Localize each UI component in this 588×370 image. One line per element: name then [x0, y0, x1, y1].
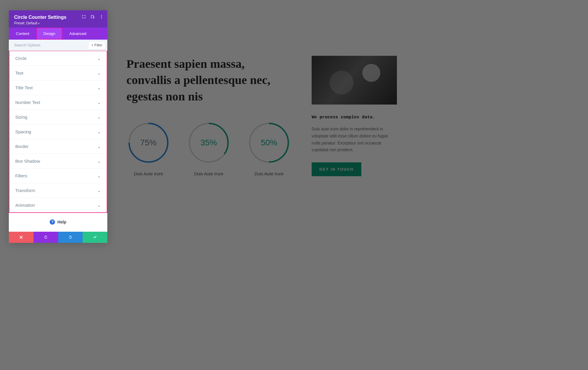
section-number-text[interactable]: Number Text⌄ [9, 95, 107, 110]
section-label: Sizing [15, 115, 27, 120]
section-transform[interactable]: Transform⌄ [9, 183, 107, 198]
settings-panel: Circle Counter Settings Preset: Default … [9, 10, 107, 243]
chevron-down-icon: ⌄ [97, 188, 101, 193]
section-label: Box Shadow [15, 159, 40, 164]
section-label: Text [15, 70, 24, 75]
help-label: Help [57, 220, 66, 224]
chevron-down-icon: ⌄ [97, 203, 101, 208]
section-label: Border [15, 144, 29, 149]
undo-button[interactable] [34, 232, 58, 243]
section-filters[interactable]: Filters⌄ [9, 169, 107, 183]
search-input[interactable] [9, 40, 88, 51]
chevron-down-icon: ⌄ [97, 71, 101, 75]
chevron-down-icon: ⌄ [97, 100, 101, 105]
section-box-shadow[interactable]: Box Shadow⌄ [9, 154, 107, 169]
section-label: Animation [15, 203, 35, 208]
section-label: Circle [15, 56, 26, 61]
tab-content[interactable]: Content [9, 28, 36, 40]
section-label: Filters [15, 173, 27, 178]
section-title-text[interactable]: Title Text⌄ [9, 80, 107, 95]
cancel-button[interactable] [9, 232, 34, 243]
chevron-down-icon: ⌄ [97, 144, 101, 149]
more-icon[interactable] [99, 14, 104, 19]
svg-point-7 [101, 16, 102, 17]
sections-list: Circle⌄Text⌄Title Text⌄Number Text⌄Sizin… [9, 51, 107, 213]
save-button[interactable] [83, 232, 107, 243]
chevron-down-icon: ⌄ [97, 85, 101, 90]
expand-icon[interactable] [81, 14, 86, 19]
tab-design[interactable]: Design [36, 28, 62, 40]
filter-label: Filter [94, 43, 102, 47]
search-bar: + Filter [9, 40, 107, 51]
section-circle[interactable]: Circle⌄ [9, 51, 107, 66]
panel-tabs: ContentDesignAdvanced [9, 28, 107, 40]
section-label: Transform [15, 188, 35, 193]
chevron-down-icon: ⌄ [97, 56, 101, 61]
filter-button[interactable]: + Filter [88, 41, 106, 49]
section-label: Spacing [15, 129, 31, 134]
help-button[interactable]: ? Help [9, 213, 107, 232]
chevron-down-icon: ⌄ [97, 174, 101, 178]
section-spacing[interactable]: Spacing⌄ [9, 125, 107, 139]
section-border[interactable]: Border⌄ [9, 139, 107, 154]
section-label: Number Text [15, 100, 40, 105]
chevron-down-icon: ⌄ [97, 130, 101, 134]
chevron-down-icon: ⌄ [97, 115, 101, 120]
tab-advanced[interactable]: Advanced [62, 28, 93, 40]
redo-button[interactable] [58, 232, 83, 243]
section-text[interactable]: Text⌄ [9, 66, 107, 80]
svg-point-6 [101, 15, 102, 16]
section-sizing[interactable]: Sizing⌄ [9, 110, 107, 125]
panel-header: Circle Counter Settings Preset: Default [9, 10, 107, 28]
svg-point-8 [101, 18, 102, 18]
help-icon: ? [50, 219, 55, 225]
section-animation[interactable]: Animation⌄ [9, 198, 107, 212]
chevron-down-icon: ⌄ [97, 159, 101, 164]
section-label: Title Text [15, 85, 33, 90]
panel-footer [9, 232, 107, 243]
preset-dropdown[interactable]: Preset: Default [14, 21, 102, 25]
responsive-icon[interactable] [90, 14, 95, 19]
